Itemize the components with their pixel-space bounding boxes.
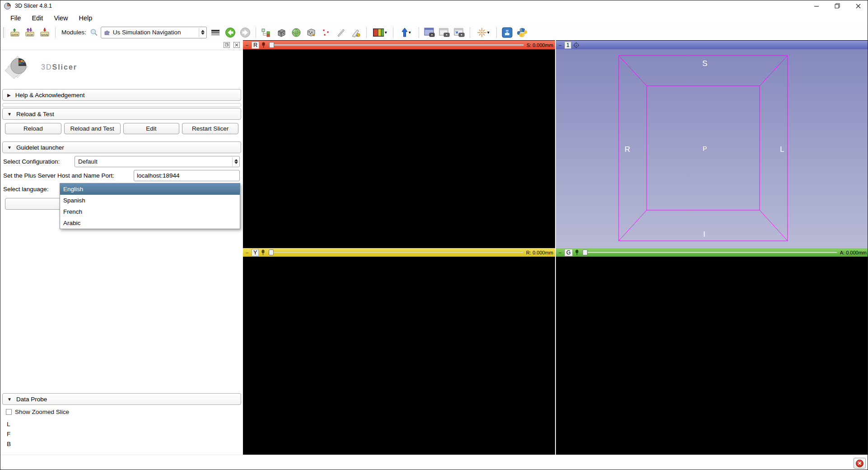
select-language-label: Select language:: [3, 186, 49, 193]
yellow-pin-icon[interactable]: –: [244, 249, 250, 256]
green-pin-icon[interactable]: –: [557, 249, 563, 256]
yellow-visibility-icon[interactable]: [261, 249, 266, 255]
extensions-manager-icon[interactable]: [501, 26, 513, 39]
restart-slicer-button[interactable]: Restart Slicer: [182, 123, 238, 134]
scene-view-restore-icon[interactable]: [453, 26, 466, 39]
main-area: 3DSlicer ▶ Help & Acknowledgement ▼ Relo…: [0, 40, 868, 455]
yellow-slice-view[interactable]: [243, 256, 555, 455]
threed-view-label: 1: [565, 42, 571, 49]
reload-button[interactable]: Reload: [5, 123, 61, 134]
save-icon[interactable]: SAVE: [38, 26, 51, 39]
language-option-arabic[interactable]: Arabic: [60, 217, 240, 229]
toolbar-separator: [419, 27, 419, 38]
transforms-icon[interactable]: [305, 26, 317, 39]
volumes-icon[interactable]: [275, 26, 288, 39]
window-controls: [806, 0, 868, 11]
python-console-icon[interactable]: [516, 26, 528, 39]
yellow-view-letter: Y: [252, 249, 259, 256]
slicer-logo: 3DSlicer: [4, 52, 77, 82]
menu-view[interactable]: View: [48, 13, 73, 24]
axis-label-superior: S: [702, 59, 707, 68]
chevron-down-icon: ▾: [385, 30, 387, 35]
red-slice-view[interactable]: [243, 49, 555, 248]
yellow-slice-slider[interactable]: [267, 249, 524, 255]
chevron-down-icon: ▾: [487, 30, 490, 35]
forward-icon[interactable]: [239, 26, 252, 39]
crosshair-icon[interactable]: ▾: [474, 26, 492, 39]
close-button[interactable]: [848, 0, 868, 11]
annotations-icon[interactable]: [335, 26, 347, 39]
layout-icon[interactable]: ▾: [371, 26, 389, 39]
red-slice-offset: S: 0.000mm: [527, 42, 554, 48]
viewport-divider: [555, 40, 556, 455]
menu-file[interactable]: File: [5, 13, 26, 24]
svg-text:DATA: DATA: [11, 33, 18, 36]
module-selector-value: Us Simulation Navigation: [113, 29, 196, 36]
threed-view[interactable]: S R P L I: [556, 49, 868, 248]
threed-pin-icon[interactable]: –: [557, 42, 563, 48]
status-bar: ✕: [0, 455, 868, 470]
reload-and-test-button[interactable]: Reload and Test: [64, 123, 121, 134]
undock-panel-icon[interactable]: [223, 42, 230, 48]
red-pin-icon[interactable]: –: [244, 42, 250, 48]
restore-button[interactable]: [827, 0, 848, 11]
section-reload-test[interactable]: ▼ Reload & Test: [2, 108, 241, 120]
modules-label: Modules:: [61, 29, 86, 36]
svg-text:DCM: DCM: [27, 33, 33, 36]
configuration-combobox[interactable]: Default: [75, 156, 240, 167]
error-log-button[interactable]: ✕: [854, 458, 866, 469]
puzzle-icon: [104, 29, 111, 36]
toolbar-grip: [3, 27, 5, 38]
load-data-icon[interactable]: DATA: [9, 26, 21, 39]
show-zoomed-slice-checkbox[interactable]: [6, 409, 12, 415]
module-selector-spinner[interactable]: [199, 28, 205, 37]
language-option-spanish[interactable]: Spanish: [60, 195, 240, 206]
subject-hierarchy-icon[interactable]: [260, 26, 273, 39]
edit-button[interactable]: Edit: [123, 123, 180, 134]
module-search-icon[interactable]: [89, 26, 98, 39]
editor-icon[interactable]: [350, 26, 362, 39]
green-slice-offset: A: 0.000mm: [840, 250, 867, 255]
module-history-icon[interactable]: [209, 26, 222, 39]
screenshot-icon[interactable]: [423, 26, 436, 39]
markups-icon[interactable]: [320, 26, 332, 39]
slicer-app-icon: [4, 2, 11, 10]
probe-row-f: F: [7, 431, 10, 437]
configuration-spinner[interactable]: [232, 157, 238, 166]
scene-view-capture-icon[interactable]: [438, 26, 451, 39]
green-slice-slider[interactable]: [581, 249, 838, 255]
load-dicom-icon[interactable]: DCM: [23, 26, 36, 39]
collapsed-arrow-icon: ▶: [7, 93, 11, 98]
green-slice-view[interactable]: [556, 256, 868, 455]
language-option-english[interactable]: English: [60, 183, 240, 195]
orientation-arrow-icon[interactable]: ▾: [397, 26, 415, 39]
launch-button[interactable]: [5, 198, 61, 210]
volume-rendering-icon[interactable]: [290, 26, 303, 39]
toolbar-separator: [393, 27, 393, 38]
menu-help[interactable]: Help: [74, 13, 98, 24]
plus-server-label: Set the Plus Server Host and Name Port:: [3, 172, 114, 179]
axis-label-right: R: [625, 145, 630, 154]
red-slider-handle[interactable]: [269, 42, 274, 48]
close-panel-icon[interactable]: [233, 42, 240, 48]
menu-edit[interactable]: Edit: [26, 13, 48, 24]
section-help-acknowledgement[interactable]: ▶ Help & Acknowledgement: [2, 89, 241, 101]
minimize-button[interactable]: [806, 0, 827, 11]
red-slice-slider[interactable]: [268, 42, 525, 48]
expanded-arrow-icon: ▼: [7, 112, 12, 117]
toolbar-separator: [366, 27, 367, 38]
show-zoomed-slice-label: Show Zoomed Slice: [15, 409, 69, 415]
back-icon[interactable]: [224, 26, 237, 39]
center-view-icon[interactable]: [573, 42, 579, 48]
plus-server-input[interactable]: [134, 170, 240, 181]
green-slider-handle[interactable]: [583, 249, 588, 255]
green-visibility-icon[interactable]: [574, 249, 579, 255]
section-guidelet-launcher[interactable]: ▼ Guidelet launcher: [2, 141, 241, 153]
yellow-slice-offset: R: 0.000mm: [526, 250, 554, 255]
module-selector[interactable]: Us Simulation Navigation: [101, 27, 207, 38]
toolbar-separator: [256, 27, 256, 38]
section-data-probe[interactable]: ▼ Data Probe: [2, 393, 241, 405]
language-option-french[interactable]: French: [60, 206, 240, 217]
red-visibility-icon[interactable]: [261, 42, 266, 48]
yellow-slider-handle[interactable]: [269, 249, 274, 255]
